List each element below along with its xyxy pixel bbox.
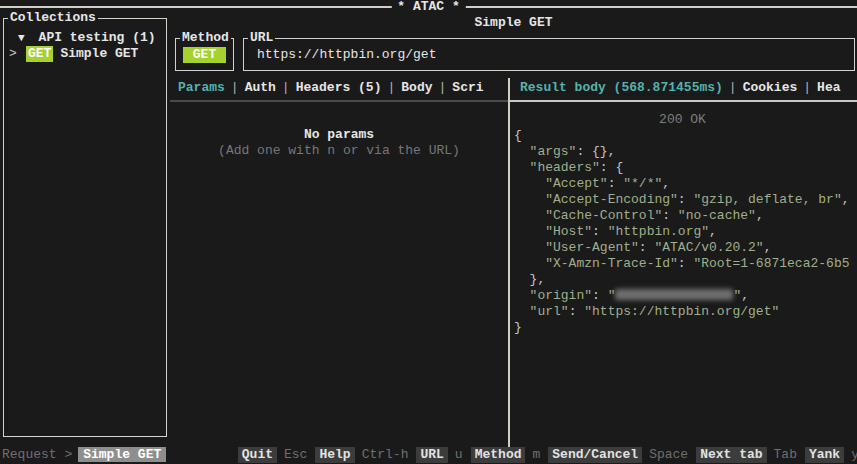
json-punctuation	[514, 144, 530, 159]
json-string: "no-cache"	[678, 208, 756, 223]
json-punctuation: {	[514, 128, 522, 143]
keybinding-action-label: Help	[315, 447, 354, 463]
json-string: ""	[608, 288, 742, 303]
json-string: "gzip, deflate, br"	[693, 192, 841, 207]
json-string: "*/*"	[623, 176, 662, 191]
json-punctuation: :	[592, 288, 608, 303]
json-punctuation: }	[514, 320, 522, 335]
collections-panel: Collections ▼API testing (1)>GETSimple G…	[3, 18, 167, 437]
keybinding-key: u	[455, 446, 463, 464]
request-item-simple-get[interactable]: >GETSimple GET	[4, 46, 166, 62]
json-punctuation: :	[662, 208, 678, 223]
json-punctuation: ,	[756, 208, 764, 223]
params-empty-hint: (Add one with n or via the URL)	[170, 143, 508, 159]
json-string: "args"	[530, 144, 577, 159]
keybinding-url: URLu	[416, 446, 462, 464]
request-tabs: Params|Auth|Headers (5)|Body|Scri	[178, 80, 506, 96]
json-punctuation: :	[678, 256, 694, 271]
json-punctuation: :	[592, 224, 608, 239]
json-string: "Accept"	[545, 176, 607, 191]
json-line: "Accept-Encoding": "gzip, deflate, br",	[514, 192, 857, 208]
json-punctuation: : {	[600, 160, 623, 175]
json-punctuation: :	[639, 240, 655, 255]
keybinding-send-cancel: Send/CancelSpace	[548, 446, 688, 464]
json-line: {	[514, 128, 857, 144]
keybinding-quit: QuitEsc	[238, 446, 308, 464]
keybinding-key: y	[851, 446, 857, 464]
url-box: URL https://httpbin.org/get	[243, 38, 855, 71]
json-line: },	[514, 272, 857, 288]
keybinding-method: Methodm	[471, 446, 541, 464]
keybinding-key: Tab	[774, 446, 797, 464]
keybinding-action-label: Send/Cancel	[548, 447, 642, 463]
json-punctuation	[514, 176, 545, 191]
tab-auth[interactable]: Auth	[245, 80, 276, 96]
method-box: Method GET	[175, 38, 234, 71]
params-empty-title: No params	[170, 127, 508, 143]
panel-divider	[508, 78, 510, 447]
tab-body[interactable]: Body	[401, 80, 432, 96]
json-punctuation: ,	[764, 240, 772, 255]
breadcrumb-prefix: Request >	[2, 447, 72, 462]
keybinding-yank: Yanky	[805, 446, 857, 464]
url-input[interactable]: https://httpbin.org/get	[257, 47, 436, 63]
atac-app-window: * ATAC * Simple GET Collections ▼API tes…	[0, 0, 857, 464]
request-tabs-underline	[170, 100, 508, 102]
keybinding-next-tab: Next tabTab	[696, 446, 797, 464]
collection-expanded-caret-icon: ▼	[18, 30, 25, 46]
json-line: "url": "https://httpbin.org/get"	[514, 304, 857, 320]
app-title: * ATAC *	[391, 0, 465, 14]
json-punctuation	[514, 192, 545, 207]
keybinding-action-label: Quit	[238, 447, 277, 463]
json-line: "headers": {	[514, 160, 857, 176]
keybinding-action-label: Method	[471, 447, 526, 463]
result-tab-cookies[interactable]: Cookies	[743, 80, 798, 96]
tab-scri[interactable]: Scri	[452, 80, 483, 96]
keybinding-help: HelpCtrl-h	[315, 446, 408, 464]
json-punctuation: ,	[842, 192, 850, 207]
json-string: "User-Agent"	[545, 240, 639, 255]
json-string: "origin"	[530, 288, 592, 303]
json-punctuation	[514, 304, 530, 319]
response-body[interactable]: { "args": {}, "headers": { "Accept": "*/…	[514, 128, 857, 336]
json-punctuation: ,	[741, 288, 749, 303]
redacted-origin-value	[615, 289, 733, 300]
breadcrumb-current: Simple GET	[78, 447, 166, 462]
tab-separator: |	[282, 80, 290, 96]
json-line: "User-Agent": "ATAC/v0.20.2",	[514, 240, 857, 256]
result-tab-result-body-568-871455ms[interactable]: Result body (568.871455ms)	[520, 80, 723, 96]
request-title: Simple GET	[170, 15, 857, 31]
json-line: "Accept": "*/*",	[514, 176, 857, 192]
result-tab-hea[interactable]: Hea	[817, 80, 840, 96]
collections-panel-title: Collections	[8, 10, 98, 26]
tab-separator: |	[231, 80, 239, 96]
response-status: 200 OK	[508, 112, 857, 128]
json-string: "X-Amzn-Trace-Id"	[545, 256, 678, 271]
tab-separator: |	[729, 80, 737, 96]
keybinding-action-label: Yank	[805, 447, 844, 463]
json-punctuation: ,	[709, 224, 717, 239]
keybindings-bar: QuitEscHelpCtrl-hURLuMethodmSend/CancelS…	[238, 446, 857, 464]
json-string: "ATAC/v0.20.2"	[654, 240, 763, 255]
json-line: "origin": "",	[514, 288, 857, 304]
method-badge: GET	[26, 46, 53, 62]
json-line: }	[514, 320, 857, 336]
json-punctuation: :	[608, 176, 624, 191]
json-string: "Accept-Encoding"	[545, 192, 678, 207]
json-line: "X-Amzn-Trace-Id": "Root=1-6871eca2-6b5	[514, 256, 857, 272]
json-punctuation: : {},	[576, 144, 615, 159]
selection-cursor-icon: >	[9, 46, 19, 62]
json-punctuation	[514, 208, 545, 223]
json-punctuation	[514, 288, 530, 303]
json-punctuation	[514, 160, 530, 175]
method-selector[interactable]: GET	[183, 47, 226, 63]
json-punctuation: },	[514, 272, 545, 287]
tab-headers-5[interactable]: Headers (5)	[296, 80, 382, 96]
tab-params[interactable]: Params	[178, 80, 225, 96]
result-tabs-underline	[509, 100, 857, 102]
request-label: Simple GET	[60, 46, 138, 62]
json-string: "Root=1-6871eca2-6b5	[693, 256, 849, 271]
collection-item-api-testing-1[interactable]: ▼API testing (1)	[4, 30, 166, 46]
result-tabs: Result body (568.871455ms)|Cookies|Hea	[520, 80, 857, 96]
keybinding-action-label: Next tab	[696, 447, 766, 463]
